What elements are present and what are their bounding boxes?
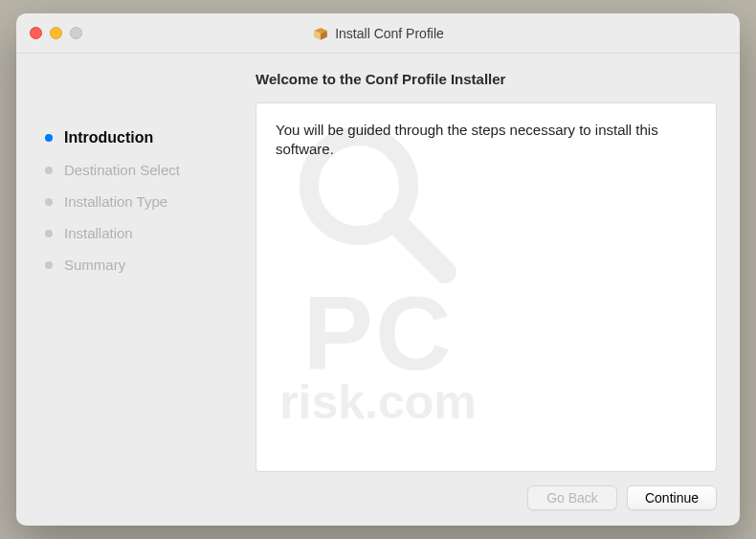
- close-button[interactable]: [30, 27, 42, 39]
- content-panel: You will be guided through the steps nec…: [256, 102, 717, 472]
- intro-text: You will be guided through the steps nec…: [276, 122, 658, 157]
- step-installation: Installation: [43, 217, 244, 249]
- window-title: Install Conf Profile: [335, 26, 444, 41]
- package-icon: [312, 25, 329, 42]
- installer-window: Install Conf Profile Welcome to the Conf…: [16, 13, 740, 526]
- step-dot-icon: [45, 134, 53, 142]
- step-dot-icon: [45, 167, 53, 174]
- footer: Go Back Continue: [39, 472, 717, 510]
- go-back-button: Go Back: [527, 485, 617, 510]
- step-installation-type: Installation Type: [43, 186, 244, 217]
- content-row: Introduction Destination Select Installa…: [39, 102, 717, 472]
- titlebar: Install Conf Profile: [16, 13, 740, 54]
- step-label: Summary: [64, 257, 125, 273]
- step-dot-icon: [45, 230, 53, 237]
- step-label: Introduction: [64, 129, 153, 146]
- step-label: Installation Type: [64, 193, 167, 210]
- window-body: Welcome to the Conf Profile Installer In…: [16, 54, 740, 526]
- page-heading: Welcome to the Conf Profile Installer: [256, 71, 717, 87]
- step-destination-select: Destination Select: [43, 154, 244, 186]
- step-dot-icon: [45, 261, 53, 269]
- minimize-button[interactable]: [50, 27, 62, 39]
- step-introduction: Introduction: [43, 122, 244, 154]
- zoom-button: [70, 27, 82, 39]
- window-title-wrap: Install Conf Profile: [312, 25, 444, 42]
- traffic-lights: [30, 27, 82, 39]
- continue-button[interactable]: Continue: [627, 485, 717, 510]
- step-dot-icon: [45, 198, 53, 206]
- step-label: Destination Select: [64, 162, 180, 178]
- steps-sidebar: Introduction Destination Select Installa…: [39, 102, 244, 472]
- step-summary: Summary: [43, 249, 244, 281]
- step-label: Installation: [64, 225, 133, 241]
